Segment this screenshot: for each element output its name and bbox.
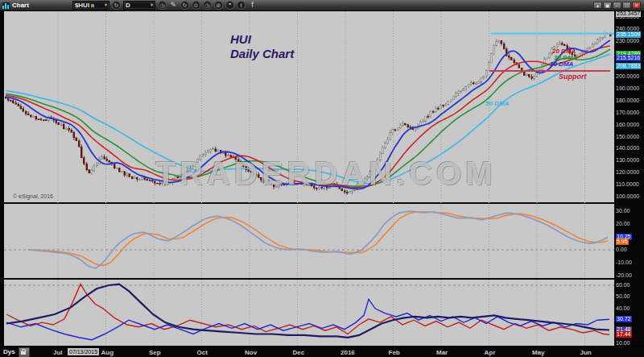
chart-tab-icon	[2, 2, 10, 9]
axis-highlight-label: 235.1509	[616, 31, 641, 38]
dma50-label[interactable]: 50 DMA	[485, 100, 509, 107]
copyright-note: © eSignal, 2016	[13, 193, 53, 199]
window-up-button[interactable]: ▴	[593, 2, 602, 9]
symbol-value: $HUI	[75, 2, 89, 9]
axis-tick-label: 150.0000	[616, 134, 639, 140]
window-close-button[interactable]: ✕	[632, 2, 641, 9]
support-label[interactable]: Support	[559, 73, 587, 81]
chart-window: Chart $HUI ▾ ↻ D ▾ ◷ ✎↻⊙◷⊘❞tf ▴▣–□✕ HUI …	[0, 0, 644, 357]
axis-highlight-label: 5.95	[616, 239, 629, 245]
axis-tick-label: 110.0000	[616, 181, 639, 188]
chevron-down-icon[interactable]: ▾	[151, 2, 153, 9]
time-cursor-icon[interactable]: ◷	[203, 1, 212, 10]
axis-highlight-label: 17.44	[616, 331, 632, 338]
symbol-input[interactable]: $HUI ▾	[72, 1, 109, 10]
toolbar-action-icons: ✎↻⊙◷⊘❞tf	[167, 1, 257, 10]
month-label: May	[532, 349, 545, 356]
axis-mode-label: Dys	[3, 348, 15, 355]
month-label: Jul	[53, 349, 63, 356]
chart-title-symbol[interactable]: HUI	[230, 32, 251, 46]
time-axis-bar: Dys 07/13/2015 JulAugSepOctNovDec2016Feb…	[0, 346, 644, 357]
window-controls: ▴▣–□✕	[592, 2, 641, 9]
chat-icon[interactable]: ❞	[225, 1, 234, 10]
refresh-chart-icon[interactable]: ↻	[180, 1, 189, 10]
link-icon[interactable]: ⊘	[214, 1, 223, 10]
month-label: 2016	[341, 349, 355, 356]
axis-highlight-label: 253.3457	[616, 10, 641, 17]
window-restore-button[interactable]: ▣	[603, 2, 612, 9]
window-maximize-button[interactable]: □	[622, 2, 631, 9]
month-label: Jun	[580, 349, 592, 356]
interval-clock-icon[interactable]: ◷	[158, 1, 167, 10]
axis-tick-label: 200.0000	[616, 73, 639, 80]
axis-lock-button[interactable]	[19, 347, 30, 357]
interval-value: D	[126, 2, 130, 9]
crosshair-date-box: 07/13/2015	[68, 348, 99, 355]
axis-tick-label: 60.00	[616, 282, 630, 289]
twitter-icon[interactable]: t	[237, 1, 246, 10]
axis-tick-label: 180.0000	[616, 98, 639, 104]
month-label: Feb	[389, 349, 400, 356]
month-label: Sep	[149, 349, 161, 356]
axis-highlight-label: 30.72	[616, 316, 632, 322]
month-label: Mar	[436, 349, 448, 356]
axis-tick-label: 130.0000	[616, 157, 639, 164]
axis-tick-label: 140.0000	[616, 145, 639, 152]
axis-highlight-label: 215.5216	[616, 55, 641, 61]
axis-tick-label: 190.0000	[616, 85, 639, 92]
axis-tick-label: 0.00	[616, 247, 627, 253]
window-title: Chart	[12, 2, 29, 9]
dma10-label[interactable]: 10 DMA	[550, 60, 573, 68]
axis-tick-label: 170.0000	[616, 110, 639, 116]
symbol-go-icon[interactable]: ↻	[112, 1, 121, 10]
axis-tick-label: 160.0000	[616, 122, 639, 128]
axis-tick-label: 30.00	[616, 208, 630, 214]
axis-tick-label: -20.00	[616, 272, 632, 279]
title-bar: Chart $HUI ▾ ↻ D ▾ ◷ ✎↻⊙◷⊘❞tf ▴▣–□✕	[0, 0, 644, 11]
window-minimize-button[interactable]: –	[613, 2, 621, 9]
month-label: Aug	[101, 349, 114, 356]
month-label: Nov	[245, 349, 257, 356]
axis-tick-label: 230.0000	[616, 38, 639, 44]
month-label: Dec	[293, 349, 305, 356]
chart-title-timeframe[interactable]: Daily Chart	[230, 47, 294, 60]
axis-tick-label: 40.00	[616, 305, 630, 312]
draw-pencil-icon[interactable]: ✎	[169, 1, 178, 10]
target-icon[interactable]: ⊙	[192, 1, 200, 10]
lock-icon	[21, 351, 26, 355]
symbol-flag-icon	[91, 4, 94, 7]
watermark: TRADERDAN.COM	[137, 156, 515, 192]
axis-tick-label: 20.00	[616, 221, 630, 227]
axis-tick-label: 120.0000	[616, 169, 639, 176]
chevron-down-icon[interactable]: ▾	[105, 2, 107, 9]
axis-tick-label: 100.0000	[616, 193, 639, 200]
interval-input[interactable]: D ▾	[123, 1, 155, 10]
month-label: Oct	[197, 349, 208, 356]
axis-highlight-label: 208.7883	[616, 63, 641, 69]
facebook-icon[interactable]: f	[248, 1, 257, 10]
month-label: Apr	[485, 349, 496, 356]
axis-tick-label: -10.00	[616, 259, 632, 266]
axis-tick-label: 50.00	[616, 293, 630, 300]
